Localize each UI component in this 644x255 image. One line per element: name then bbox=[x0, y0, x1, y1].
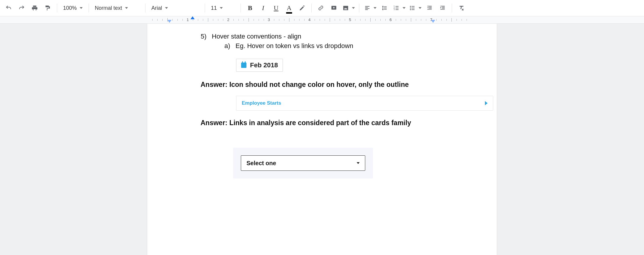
chevron-down-icon bbox=[165, 7, 168, 9]
insert-comment-button[interactable] bbox=[328, 2, 340, 14]
chevron-down-icon bbox=[125, 7, 128, 9]
document-page[interactable]: 5) Hover state conventions - align a) Eg… bbox=[147, 24, 497, 255]
chevron-down-icon bbox=[352, 7, 355, 9]
indent-increase-icon bbox=[439, 5, 446, 11]
highlight-button[interactable] bbox=[296, 2, 308, 14]
calendar-icon bbox=[241, 63, 246, 68]
toolbar-separator bbox=[359, 4, 359, 12]
answer-text-1: Answer: Icon should not change color on … bbox=[201, 81, 479, 89]
svg-rect-1 bbox=[343, 6, 348, 10]
chevron-right-icon bbox=[485, 101, 488, 105]
ruler-ticks: 1234567 bbox=[129, 16, 472, 23]
chevron-down-icon bbox=[220, 7, 223, 9]
print-button[interactable] bbox=[28, 2, 41, 14]
paragraph-style-select[interactable]: Normal text bbox=[92, 2, 142, 14]
svg-point-8 bbox=[410, 9, 411, 10]
insert-link-button[interactable] bbox=[315, 2, 327, 14]
zoom-select[interactable]: 100% bbox=[60, 2, 86, 14]
increase-indent-button[interactable] bbox=[436, 2, 449, 14]
font-size-select[interactable]: 11 bbox=[208, 2, 238, 14]
bulleted-list-button[interactable] bbox=[407, 2, 423, 14]
highlighter-icon bbox=[299, 5, 305, 11]
undo-icon bbox=[5, 5, 12, 11]
numbered-list-button[interactable]: 123 bbox=[391, 2, 407, 14]
chevron-down-icon bbox=[80, 7, 83, 9]
insert-image-button[interactable] bbox=[341, 2, 356, 14]
align-button[interactable] bbox=[362, 2, 378, 14]
toolbar-separator bbox=[205, 4, 205, 12]
select-one-dropdown[interactable]: Select one bbox=[241, 155, 365, 171]
list-item-text: Hover state conventions - align bbox=[212, 33, 301, 40]
clear-formatting-icon bbox=[458, 5, 464, 11]
svg-point-7 bbox=[410, 7, 411, 9]
toolbar-separator bbox=[89, 4, 89, 12]
svg-marker-10 bbox=[440, 7, 442, 8]
paint-format-button[interactable] bbox=[41, 2, 54, 14]
numbered-list-icon: 123 bbox=[393, 5, 400, 11]
toolbar-separator bbox=[241, 4, 241, 12]
link-icon bbox=[318, 5, 324, 11]
chevron-down-icon bbox=[419, 7, 422, 9]
toolbar-separator bbox=[57, 4, 57, 12]
date-token-chip[interactable]: Feb 2018 bbox=[236, 59, 283, 72]
align-left-icon bbox=[364, 5, 371, 11]
font-size-value: 11 bbox=[211, 5, 217, 11]
line-spacing-icon bbox=[381, 5, 388, 11]
italic-button[interactable]: I bbox=[257, 2, 269, 14]
line-spacing-button[interactable] bbox=[378, 2, 391, 14]
employee-starts-link-card[interactable]: Employee Starts bbox=[236, 96, 493, 111]
horizontal-ruler[interactable]: 1234567 bbox=[0, 16, 644, 24]
indent-decrease-icon bbox=[426, 5, 433, 11]
toolbar: 100% Normal text Arial 11 B I U A bbox=[0, 0, 644, 16]
svg-point-6 bbox=[410, 6, 411, 7]
clear-formatting-button[interactable] bbox=[455, 2, 467, 14]
list-item-text: Eg. Hover on token vs links vs dropdown bbox=[236, 42, 353, 50]
underline-button[interactable]: U bbox=[270, 2, 282, 14]
list-item-5a: a) Eg. Hover on token vs links vs dropdo… bbox=[221, 42, 479, 50]
text-color-button[interactable]: A bbox=[283, 2, 295, 14]
chevron-down-icon bbox=[403, 7, 406, 9]
undo-button[interactable] bbox=[2, 2, 15, 14]
token-label: Feb 2018 bbox=[250, 61, 278, 69]
decrease-indent-button[interactable] bbox=[423, 2, 436, 14]
redo-icon bbox=[18, 5, 25, 11]
zoom-value: 100% bbox=[63, 5, 77, 11]
chevron-down-icon bbox=[374, 7, 377, 9]
print-icon bbox=[31, 5, 38, 11]
text-color-icon: A bbox=[287, 4, 291, 12]
image-icon bbox=[342, 5, 349, 11]
bulleted-list-icon bbox=[409, 5, 416, 11]
svg-marker-9 bbox=[427, 7, 429, 8]
font-value: Arial bbox=[151, 5, 162, 11]
dropdown-example: Select one bbox=[233, 148, 373, 179]
answer-text-2: Answer: Links in analysis are considered… bbox=[201, 119, 479, 127]
list-marker: a) bbox=[221, 42, 230, 50]
bold-button[interactable]: B bbox=[244, 2, 256, 14]
toolbar-separator bbox=[452, 4, 452, 12]
svg-text:3: 3 bbox=[394, 8, 395, 10]
redo-button[interactable] bbox=[15, 2, 28, 14]
chevron-down-icon bbox=[357, 162, 360, 164]
link-card-label: Employee Starts bbox=[242, 100, 281, 106]
comment-plus-icon bbox=[331, 5, 337, 11]
style-value: Normal text bbox=[95, 5, 122, 11]
paint-roller-icon bbox=[44, 5, 51, 11]
toolbar-separator bbox=[311, 4, 312, 12]
document-canvas: 5) Hover state conventions - align a) Eg… bbox=[0, 24, 644, 255]
list-item-5: 5) Hover state conventions - align bbox=[198, 33, 479, 40]
list-marker: 5) bbox=[198, 33, 206, 40]
dropdown-value: Select one bbox=[246, 160, 276, 167]
toolbar-separator bbox=[145, 4, 145, 12]
font-select[interactable]: Arial bbox=[148, 2, 202, 14]
